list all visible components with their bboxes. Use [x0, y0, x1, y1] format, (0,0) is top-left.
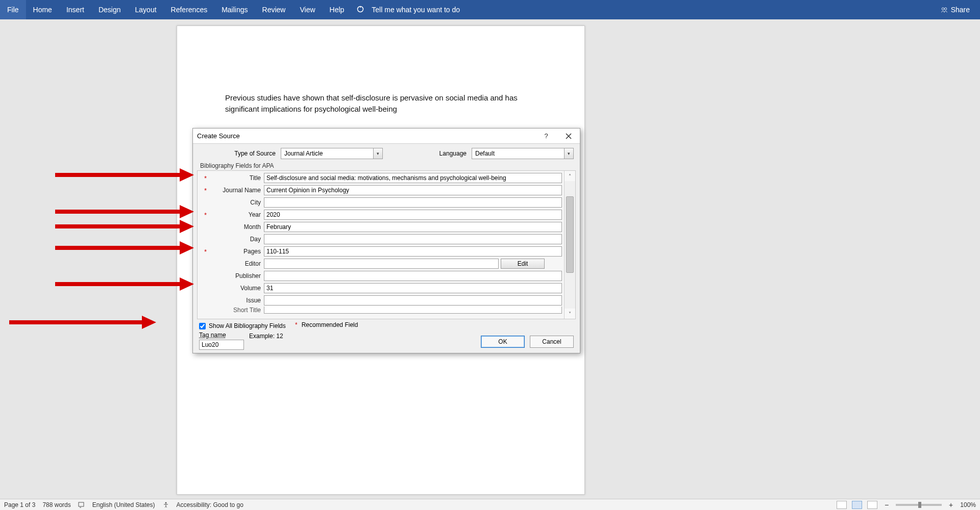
- required-star: *: [198, 248, 207, 256]
- field-input-short-title[interactable]: [264, 307, 562, 314]
- zoom-level[interactable]: 100%: [960, 501, 976, 508]
- field-input-volume[interactable]: [264, 283, 562, 293]
- tag-name-label: Tag name: [199, 332, 226, 339]
- svg-rect-4: [79, 502, 84, 506]
- field-row-year: *Year: [198, 209, 564, 221]
- language-select[interactable]: Default ▾: [472, 148, 574, 159]
- status-language[interactable]: English (United States): [92, 501, 155, 508]
- ribbon-tab-mailings[interactable]: Mailings: [214, 0, 255, 19]
- ribbon-tab-design[interactable]: Design: [91, 0, 128, 19]
- field-row-title: *Title: [198, 172, 564, 184]
- tag-name-input[interactable]: [199, 340, 244, 350]
- ribbon-tab-insert[interactable]: Insert: [59, 0, 91, 19]
- field-label: Volume: [207, 285, 264, 292]
- field-input-city[interactable]: [264, 197, 562, 208]
- svg-rect-1: [360, 6, 361, 8]
- cancel-button[interactable]: Cancel: [530, 336, 574, 348]
- scroll-up-icon[interactable]: ˄: [565, 171, 575, 181]
- recommended-field-legend: * Recommended Field: [295, 321, 358, 328]
- field-row-month: Month: [198, 221, 564, 233]
- view-print-layout[interactable]: [852, 501, 862, 509]
- field-label: Editor: [207, 260, 264, 267]
- svg-point-3: [944, 8, 946, 10]
- body-paragraph: Previous studies have shown that self-di…: [225, 92, 542, 115]
- type-of-source-select[interactable]: Journal Article ▾: [281, 148, 383, 159]
- field-row-city: City: [198, 196, 564, 209]
- tell-me-icon: [356, 5, 364, 15]
- view-read-mode[interactable]: [837, 501, 847, 509]
- field-row-day: Day: [198, 233, 564, 245]
- biblio-heading: Bibliography Fields for APA: [193, 161, 580, 170]
- status-words[interactable]: 788 words: [42, 501, 70, 508]
- share-icon: [941, 6, 948, 13]
- zoom-out-button[interactable]: −: [883, 501, 891, 509]
- close-icon: [566, 133, 572, 139]
- show-all-fields-checkbox[interactable]: Show All Bibliography Fields: [199, 322, 574, 329]
- create-source-dialog: Create Source ? Type of Source Journal A…: [192, 128, 580, 353]
- field-input-year[interactable]: [264, 210, 562, 220]
- field-label: Month: [207, 223, 264, 231]
- spellcheck-icon[interactable]: [78, 501, 85, 508]
- scroll-down-icon[interactable]: ˅: [565, 309, 575, 319]
- field-row-pages: *Pages: [198, 245, 564, 258]
- ribbon-tab-review[interactable]: Review: [255, 0, 293, 19]
- field-label: Day: [207, 236, 264, 243]
- field-label: Pages: [207, 248, 264, 255]
- field-label: Short Title: [207, 307, 264, 314]
- status-bar: Page 1 of 3 788 words English (United St…: [0, 499, 980, 510]
- field-label: Title: [207, 174, 264, 182]
- ribbon-tab-help[interactable]: Help: [323, 0, 352, 19]
- tell-me-field[interactable]: Tell me what you want to do: [364, 0, 467, 19]
- field-input-pages[interactable]: [264, 246, 562, 257]
- field-row-publisher: Publisher: [198, 270, 564, 282]
- document-area: Previous studies have shown that self-di…: [0, 19, 980, 499]
- language-label: Language: [439, 150, 467, 157]
- dialog-title: Create Source: [197, 132, 240, 140]
- status-accessibility[interactable]: Accessibility: Good to go: [177, 501, 243, 508]
- share-button[interactable]: Share: [930, 6, 980, 14]
- field-row-issue: Issue: [198, 294, 564, 307]
- accessibility-icon: [162, 501, 169, 508]
- field-label: Issue: [207, 297, 264, 304]
- chevron-down-icon: ▾: [373, 148, 382, 159]
- field-row-volume: Volume: [198, 282, 564, 294]
- required-star: *: [198, 174, 207, 182]
- svg-point-2: [942, 8, 944, 10]
- field-label: Publisher: [207, 272, 264, 279]
- scroll-thumb[interactable]: [566, 196, 574, 273]
- ribbon-tab-file[interactable]: File: [0, 0, 26, 19]
- required-star: *: [198, 211, 207, 219]
- status-page[interactable]: Page 1 of 3: [4, 501, 35, 508]
- view-web-layout[interactable]: [867, 501, 877, 509]
- edit-button[interactable]: Edit: [501, 259, 545, 269]
- ok-button[interactable]: OK: [481, 336, 525, 348]
- chevron-down-icon: ▾: [564, 148, 573, 159]
- dialog-titlebar: Create Source ?: [193, 129, 580, 144]
- close-button[interactable]: [557, 129, 580, 144]
- zoom-in-button[interactable]: +: [947, 501, 955, 509]
- field-row-journal-name: *Journal Name: [198, 184, 564, 196]
- field-label: Year: [207, 211, 264, 218]
- field-label: City: [207, 199, 264, 206]
- field-input-editor[interactable]: [264, 259, 499, 269]
- zoom-slider[interactable]: [896, 504, 942, 506]
- field-input-journal-name[interactable]: [264, 185, 562, 195]
- field-input-month[interactable]: [264, 222, 562, 232]
- field-input-issue[interactable]: [264, 295, 562, 305]
- field-label: Journal Name: [207, 187, 264, 194]
- field-input-title[interactable]: [264, 173, 562, 183]
- field-input-day[interactable]: [264, 234, 562, 244]
- ribbon-tab-view[interactable]: View: [292, 0, 322, 19]
- type-of-source-label: Type of Source: [199, 150, 276, 157]
- field-input-publisher[interactable]: [264, 271, 562, 281]
- svg-point-5: [165, 502, 166, 503]
- fields-panel: *Title*Journal NameCity*YearMonthDay*Pag…: [197, 170, 576, 319]
- ribbon-tab-references[interactable]: References: [164, 0, 215, 19]
- help-button[interactable]: ?: [535, 129, 557, 144]
- ribbon-tab-layout[interactable]: Layout: [128, 0, 164, 19]
- tag-example: Example: 12: [249, 333, 283, 340]
- fields-scrollbar[interactable]: ˄ ˅: [564, 171, 575, 319]
- required-star: *: [198, 187, 207, 194]
- ribbon-tab-home[interactable]: Home: [26, 0, 59, 19]
- field-row-editor: EditorEdit: [198, 258, 564, 270]
